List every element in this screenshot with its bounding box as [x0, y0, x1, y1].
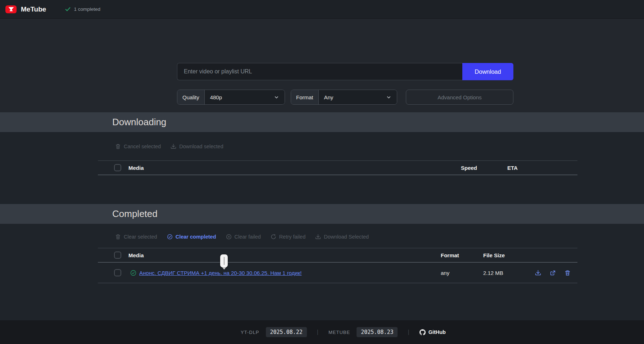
navbar: MeTube 1 completed — [0, 0, 644, 19]
column-speed: Speed — [461, 165, 507, 171]
chevron-down-icon — [386, 95, 391, 100]
x-circle-icon — [226, 234, 232, 240]
check-icon — [65, 6, 71, 12]
select-all-checkbox[interactable] — [114, 252, 121, 259]
row-actions — [532, 270, 577, 276]
trash-icon — [115, 234, 121, 240]
column-media: Media — [128, 252, 441, 258]
completed-table: Media Format File Size Анонс. СДВИГ СТРИ… — [98, 248, 577, 283]
retry-failed-button[interactable]: Retry failed — [271, 234, 305, 240]
table-row: Анонс. СДВИГ СТРИМА +1 день. на 20-30 30… — [98, 263, 577, 283]
select-all-checkbox[interactable] — [114, 164, 121, 171]
format-label: Format — [291, 90, 319, 104]
quality-value: 480p — [210, 94, 222, 100]
clear-selected-button[interactable]: Clear selected — [115, 234, 157, 240]
quality-label: Quality — [177, 90, 205, 104]
external-link-icon[interactable] — [550, 270, 556, 276]
url-row: Download — [177, 63, 513, 80]
trash-icon — [115, 144, 121, 149]
row-file-size: 2.12 MB — [483, 270, 532, 276]
row-checkbox[interactable] — [114, 269, 121, 276]
download-icon — [315, 234, 321, 240]
completed-toolbar: Clear selected Clear completed Clear fai… — [115, 232, 369, 241]
footer: YT-DLP 2025.08.22 | METUBE 2025.08.23 | … — [0, 320, 644, 344]
column-eta: ETA — [507, 165, 577, 171]
clear-failed-button[interactable]: Clear failed — [226, 234, 261, 240]
completed-table-header: Media Format File Size — [98, 248, 577, 263]
downloading-section-header: Downloading — [0, 112, 644, 132]
metube-logo-icon[interactable] — [5, 5, 17, 13]
download-icon — [171, 144, 176, 149]
format-group: Format Any — [291, 90, 397, 105]
github-link[interactable]: GitHub — [419, 329, 446, 335]
download-form-section: Download Quality 480p Format Any — [0, 19, 644, 112]
row-format: any — [441, 270, 483, 276]
app-title: MeTube — [21, 5, 46, 13]
format-select[interactable]: Any — [319, 90, 397, 104]
footer-separator: | — [408, 329, 409, 335]
url-input[interactable] — [177, 63, 462, 80]
text-cursor — [220, 254, 228, 270]
chevron-down-icon — [274, 95, 279, 100]
downloading-title: Downloading — [112, 117, 166, 128]
column-format: Format — [441, 252, 483, 258]
check-circle-icon — [167, 234, 173, 240]
quality-group: Quality 480p — [177, 90, 285, 105]
column-media: Media — [128, 165, 461, 171]
github-icon — [419, 329, 426, 335]
media-title-link[interactable]: Анонс. СДВИГ СТРИМА +1 день. на 20-30 30… — [139, 270, 301, 276]
download-selected-button[interactable]: Download Selected — [315, 234, 369, 240]
downloading-table-header: Media Speed ETA — [98, 160, 577, 175]
cancel-selected-button[interactable]: Cancel selected — [115, 144, 161, 149]
media-cell: Анонс. СДВИГ СТРИМА +1 день. на 20-30 30… — [128, 270, 441, 276]
metube-label: METUBE — [328, 330, 350, 335]
advanced-options-button[interactable]: Advanced Options — [406, 90, 513, 105]
clear-completed-button[interactable]: Clear completed — [167, 234, 216, 240]
download-file-icon[interactable] — [535, 270, 541, 276]
downloading-toolbar: Cancel selected Download selected — [115, 142, 223, 151]
metube-app: MeTube 1 completed Download Quality 480p — [0, 0, 644, 344]
check-circle-icon — [130, 270, 136, 276]
completed-section-header: Completed — [0, 204, 644, 224]
completed-title: Completed — [112, 208, 158, 219]
ytdlp-version-badge: 2025.08.22 — [266, 327, 307, 337]
metube-version-badge: 2025.08.23 — [357, 327, 398, 337]
download-selected-button[interactable]: Download selected — [171, 144, 223, 149]
status-badge: 1 completed — [65, 6, 100, 12]
format-value: Any — [324, 94, 334, 100]
ytdlp-label: YT-DLP — [241, 330, 259, 335]
quality-select[interactable]: 480p — [205, 90, 285, 104]
options-row: Quality 480p Format Any Advanced Option — [177, 90, 513, 105]
completed-count-label: 1 completed — [74, 6, 100, 12]
column-file-size: File Size — [483, 252, 532, 258]
retry-icon — [271, 234, 276, 240]
trash-icon[interactable] — [564, 270, 571, 276]
downloading-table: Media Speed ETA — [98, 160, 577, 175]
footer-separator: | — [317, 329, 318, 335]
download-button[interactable]: Download — [462, 63, 513, 80]
